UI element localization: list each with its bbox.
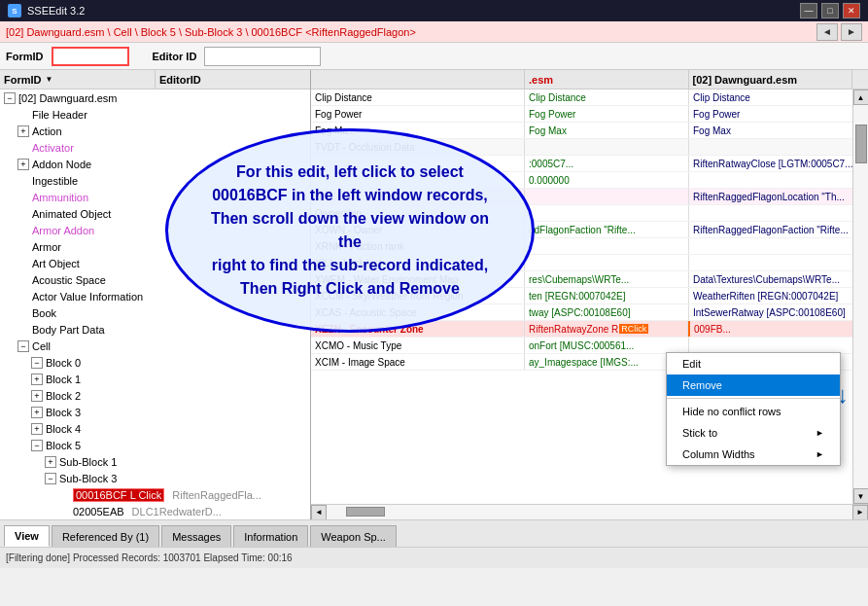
tree-item[interactable]: −Sub-Block 3 — [0, 470, 310, 486]
tab-information[interactable]: Information — [233, 525, 308, 547]
scroll-up-button[interactable]: ▲ — [853, 89, 869, 105]
title-bar: S SSEEdit 3.2 — □ ✕ — [0, 0, 868, 21]
record-cell-val3 — [689, 338, 852, 353]
tree-content[interactable]: −[02] Dawnguard.esmFile Header+ActionAct… — [0, 89, 310, 519]
app-icon: S — [8, 4, 21, 18]
tree-item[interactable]: −Block 5 — [0, 437, 310, 453]
tree-item[interactable]: +Block 2 — [0, 387, 310, 404]
tree-item[interactable]: +Block 4 — [0, 420, 310, 437]
tab-messages[interactable]: Messages — [161, 525, 231, 547]
record-row[interactable]: XILL - Lock List — [311, 255, 852, 271]
tab-referenced-by[interactable]: Referenced By (1) — [52, 525, 159, 547]
record-cell-label: XILL - Lock List — [311, 255, 525, 270]
tree-item[interactable]: +Action — [0, 123, 310, 139]
right-scrollbar[interactable]: ▲ ▼ — [852, 89, 868, 504]
record-row[interactable]: TVDT - Occlusion Data — [311, 139, 852, 156]
tree-item-label: Actor Value Information — [32, 291, 143, 303]
tree-item[interactable]: Body Part Data — [0, 321, 310, 338]
record-cell-label: Ownership — [311, 205, 525, 221]
horizontal-scrollbar[interactable]: ◄ ► — [311, 504, 868, 519]
tree-item-label: Armor — [32, 241, 61, 253]
record-row[interactable]: RiftenRaggedFlagonLocation "Th... — [311, 189, 852, 205]
record-row[interactable]: 0.000000 — [311, 172, 852, 189]
expand-icon[interactable]: + — [45, 456, 56, 468]
record-row[interactable]: XCCM - Sky/Weather from Regionten [REGN:… — [311, 288, 852, 304]
tree-item[interactable]: Art Object — [0, 255, 310, 271]
tree-item[interactable]: Book — [0, 304, 310, 321]
tree-item[interactable]: 02005EABDLC1RedwaterD... — [0, 503, 310, 519]
record-row[interactable]: XWEM - Water Environment Mapres\Cubemaps… — [311, 271, 852, 288]
app-title: SSEEdit 3.2 — [27, 5, 85, 17]
expand-icon[interactable]: + — [31, 390, 43, 402]
close-button[interactable]: ✕ — [843, 3, 860, 18]
minimize-button[interactable]: — — [800, 3, 817, 18]
record-cell-val2 — [525, 139, 689, 155]
tree-item[interactable]: Activator — [0, 139, 310, 156]
tree-item[interactable]: Armor Addon — [0, 222, 310, 238]
formid-input[interactable] — [52, 47, 129, 66]
expand-icon[interactable]: + — [31, 423, 43, 435]
window-controls[interactable]: — □ ✕ — [800, 3, 860, 18]
record-row[interactable]: Fog MaxFog MaxFog Max — [311, 123, 852, 139]
tab-view[interactable]: View — [4, 525, 50, 547]
tree-item[interactable]: +Block 1 — [0, 371, 310, 387]
tree-item[interactable]: +Addon Node — [0, 156, 310, 172]
expand-icon[interactable]: + — [31, 374, 43, 385]
menu-item-hide-conflicts[interactable]: Hide no conflict rows — [667, 401, 840, 422]
tree-item[interactable]: Ingestible — [0, 172, 310, 189]
collapse-icon[interactable]: − — [31, 357, 43, 369]
editorid-input[interactable] — [204, 47, 321, 66]
nav-forward-button[interactable]: ► — [841, 23, 862, 41]
menu-item-edit[interactable]: Edit — [667, 353, 840, 374]
leaf-spacer — [58, 506, 70, 517]
tree-item[interactable]: +Block 3 — [0, 404, 310, 420]
tree-item[interactable]: Ammunition — [0, 189, 310, 205]
tab-weapon-sp[interactable]: Weapon Sp... — [310, 525, 396, 547]
maximize-button[interactable]: □ — [821, 3, 839, 18]
tree-item[interactable]: Acoustic Space — [0, 271, 310, 288]
record-cell-val3: Fog Max — [689, 123, 852, 138]
collapse-icon[interactable]: − — [45, 473, 56, 484]
record-row[interactable]: XCAS - Acoustic Spacetway [ASPC:00108E60… — [311, 304, 852, 321]
leaf-spacer — [58, 489, 70, 501]
record-row[interactable]: Fog PowerFog PowerFog Power — [311, 106, 852, 123]
tree-item[interactable]: +Sub-Block 1 — [0, 453, 310, 470]
tree-item[interactable]: Animated Object — [0, 205, 310, 222]
nav-back-button[interactable]: ◄ — [816, 23, 838, 41]
scroll-track[interactable] — [853, 105, 868, 488]
tree-item[interactable]: 00016BCF L ClickRiftenRaggedFla... — [0, 486, 310, 503]
record-cell-val2: Fog Max — [525, 123, 689, 138]
tree-item[interactable]: File Header — [0, 106, 310, 123]
h-scroll-thumb[interactable] — [346, 507, 385, 517]
record-row[interactable]: Clip DistanceClip DistanceClip Distance — [311, 89, 852, 106]
tree-item-editorid: DLC1RedwaterD... — [132, 506, 222, 517]
tree-item[interactable]: −Cell — [0, 338, 310, 354]
record-cell-val3: 009FB... — [688, 321, 852, 337]
tree-item[interactable]: Armor — [0, 238, 310, 255]
menu-item-stick-to[interactable]: Stick to ► — [667, 422, 840, 444]
menu-item-remove[interactable]: Remove — [667, 374, 840, 396]
tree-item[interactable]: −Block 0 — [0, 354, 310, 371]
leaf-spacer — [17, 324, 29, 336]
h-scroll-right[interactable]: ► — [852, 505, 868, 520]
h-scroll-left[interactable]: ◄ — [311, 505, 327, 520]
record-row[interactable]: XRNK - Faction rank — [311, 238, 852, 255]
expand-icon[interactable]: + — [17, 125, 29, 137]
record-row[interactable]: XOWN - OwneredFlagonFaction "Rifte...Rif… — [311, 222, 852, 238]
collapse-icon[interactable]: − — [4, 92, 16, 104]
tree-item[interactable]: −[02] Dawnguard.esm — [0, 89, 310, 106]
menu-item-column-widths[interactable]: Column Widths ► — [667, 444, 840, 465]
record-row[interactable]: :0005C7...RiftenRatwayClose [LGTM:0005C7… — [311, 156, 852, 172]
tree-item[interactable]: Actor Value Information — [0, 288, 310, 304]
record-cell-val3 — [689, 139, 852, 155]
record-row[interactable]: Ownership — [311, 205, 852, 222]
record-row[interactable]: XEZN - Encounter ZoneRiftenRatwayZone RR… — [311, 321, 852, 338]
collapse-icon[interactable]: − — [17, 340, 29, 352]
h-scroll-track[interactable] — [327, 505, 852, 519]
expand-icon[interactable]: + — [31, 407, 43, 418]
leaf-spacer — [17, 274, 29, 286]
scroll-thumb[interactable] — [855, 125, 867, 163]
scroll-down-button[interactable]: ▼ — [853, 488, 869, 504]
expand-icon[interactable]: + — [17, 159, 29, 170]
collapse-icon[interactable]: − — [31, 440, 43, 451]
